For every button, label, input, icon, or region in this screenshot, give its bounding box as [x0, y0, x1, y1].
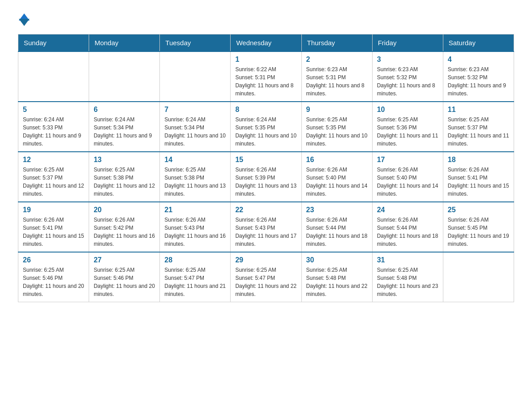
- weekday-header-thursday: Thursday: [301, 34, 372, 52]
- day-info: Sunrise: 6:25 AMSunset: 5:36 PMDaylight:…: [377, 116, 438, 148]
- day-number: 13: [94, 156, 155, 164]
- day-info: Sunrise: 6:26 AMSunset: 5:41 PMDaylight:…: [448, 166, 509, 198]
- calendar-cell: 14Sunrise: 6:25 AMSunset: 5:38 PMDayligh…: [160, 152, 231, 202]
- calendar-cell: 20Sunrise: 6:26 AMSunset: 5:42 PMDayligh…: [89, 202, 160, 252]
- day-number: 6: [94, 106, 155, 114]
- calendar-cell: 11Sunrise: 6:25 AMSunset: 5:37 PMDayligh…: [443, 102, 514, 152]
- day-info: Sunrise: 6:26 AMSunset: 5:43 PMDaylight:…: [235, 216, 296, 248]
- day-info: Sunrise: 6:23 AMSunset: 5:31 PMDaylight:…: [306, 65, 368, 98]
- calendar-cell: 15Sunrise: 6:26 AMSunset: 5:39 PMDayligh…: [231, 152, 301, 202]
- calendar-cell: [160, 51, 231, 102]
- day-info: Sunrise: 6:25 AMSunset: 5:38 PMDaylight:…: [94, 166, 155, 198]
- day-number: 2: [306, 56, 368, 64]
- calendar-cell: 17Sunrise: 6:26 AMSunset: 5:40 PMDayligh…: [372, 152, 443, 202]
- day-info: Sunrise: 6:26 AMSunset: 5:39 PMDaylight:…: [235, 166, 296, 198]
- day-number: 8: [235, 106, 296, 114]
- logo: [18, 13, 30, 25]
- calendar-cell: 24Sunrise: 6:26 AMSunset: 5:44 PMDayligh…: [372, 202, 443, 252]
- calendar-cell: [18, 51, 89, 102]
- week-row-3: 12Sunrise: 6:25 AMSunset: 5:37 PMDayligh…: [18, 152, 514, 202]
- calendar-table: SundayMondayTuesdayWednesdayThursdayFrid…: [18, 34, 514, 302]
- day-number: 26: [23, 256, 84, 264]
- calendar-cell: 30Sunrise: 6:25 AMSunset: 5:48 PMDayligh…: [301, 252, 372, 302]
- calendar-cell: 4Sunrise: 6:23 AMSunset: 5:32 PMDaylight…: [443, 51, 514, 102]
- day-number: 15: [235, 156, 296, 164]
- day-info: Sunrise: 6:23 AMSunset: 5:32 PMDaylight:…: [377, 65, 438, 98]
- day-info: Sunrise: 6:25 AMSunset: 5:46 PMDaylight:…: [94, 266, 155, 298]
- day-info: Sunrise: 6:25 AMSunset: 5:47 PMDaylight:…: [235, 266, 296, 298]
- day-number: 24: [377, 206, 438, 214]
- day-info: Sunrise: 6:23 AMSunset: 5:32 PMDaylight:…: [448, 65, 509, 98]
- calendar-cell: 26Sunrise: 6:25 AMSunset: 5:46 PMDayligh…: [18, 252, 89, 302]
- week-row-4: 19Sunrise: 6:26 AMSunset: 5:41 PMDayligh…: [18, 202, 514, 252]
- day-info: Sunrise: 6:25 AMSunset: 5:48 PMDaylight:…: [377, 266, 438, 298]
- calendar-cell: [89, 51, 160, 102]
- day-info: Sunrise: 6:26 AMSunset: 5:43 PMDaylight:…: [164, 216, 226, 248]
- calendar-cell: 2Sunrise: 6:23 AMSunset: 5:31 PMDaylight…: [301, 51, 372, 102]
- weekday-header-saturday: Saturday: [443, 34, 514, 52]
- page-header: [18, 13, 514, 25]
- calendar-cell: 18Sunrise: 6:26 AMSunset: 5:41 PMDayligh…: [443, 152, 514, 202]
- day-number: 9: [306, 106, 368, 114]
- calendar-cell: 29Sunrise: 6:25 AMSunset: 5:47 PMDayligh…: [231, 252, 301, 302]
- weekday-header-tuesday: Tuesday: [160, 34, 231, 52]
- day-info: Sunrise: 6:26 AMSunset: 5:44 PMDaylight:…: [306, 216, 368, 248]
- day-number: 11: [448, 106, 509, 114]
- day-info: Sunrise: 6:22 AMSunset: 5:31 PMDaylight:…: [235, 65, 296, 98]
- day-number: 29: [235, 256, 296, 264]
- day-number: 28: [164, 256, 226, 264]
- day-info: Sunrise: 6:24 AMSunset: 5:33 PMDaylight:…: [23, 116, 84, 148]
- calendar-cell: 19Sunrise: 6:26 AMSunset: 5:41 PMDayligh…: [18, 202, 89, 252]
- day-number: 14: [164, 156, 226, 164]
- day-info: Sunrise: 6:24 AMSunset: 5:34 PMDaylight:…: [94, 116, 155, 148]
- week-row-1: 1Sunrise: 6:22 AMSunset: 5:31 PMDaylight…: [18, 51, 514, 102]
- calendar-cell: 10Sunrise: 6:25 AMSunset: 5:36 PMDayligh…: [372, 102, 443, 152]
- calendar-cell: 13Sunrise: 6:25 AMSunset: 5:38 PMDayligh…: [89, 152, 160, 202]
- day-number: 27: [94, 256, 155, 264]
- day-info: Sunrise: 6:26 AMSunset: 5:40 PMDaylight:…: [306, 166, 368, 198]
- day-number: 5: [23, 106, 84, 114]
- calendar-cell: 22Sunrise: 6:26 AMSunset: 5:43 PMDayligh…: [231, 202, 301, 252]
- week-row-2: 5Sunrise: 6:24 AMSunset: 5:33 PMDaylight…: [18, 102, 514, 152]
- day-info: Sunrise: 6:26 AMSunset: 5:40 PMDaylight:…: [377, 166, 438, 198]
- calendar-cell: 1Sunrise: 6:22 AMSunset: 5:31 PMDaylight…: [231, 51, 301, 102]
- day-info: Sunrise: 6:25 AMSunset: 5:37 PMDaylight:…: [448, 116, 509, 148]
- day-number: 31: [377, 256, 438, 264]
- calendar-cell: 12Sunrise: 6:25 AMSunset: 5:37 PMDayligh…: [18, 152, 89, 202]
- day-number: 19: [23, 206, 84, 214]
- calendar-cell: 28Sunrise: 6:25 AMSunset: 5:47 PMDayligh…: [160, 252, 231, 302]
- day-number: 30: [306, 256, 368, 264]
- calendar-cell: 27Sunrise: 6:25 AMSunset: 5:46 PMDayligh…: [89, 252, 160, 302]
- day-number: 16: [306, 156, 368, 164]
- day-info: Sunrise: 6:24 AMSunset: 5:34 PMDaylight:…: [164, 116, 226, 148]
- day-info: Sunrise: 6:26 AMSunset: 5:44 PMDaylight:…: [377, 216, 438, 248]
- day-info: Sunrise: 6:25 AMSunset: 5:48 PMDaylight:…: [306, 266, 368, 298]
- calendar-cell: 16Sunrise: 6:26 AMSunset: 5:40 PMDayligh…: [301, 152, 372, 202]
- day-info: Sunrise: 6:26 AMSunset: 5:41 PMDaylight:…: [23, 216, 84, 248]
- weekday-header-sunday: Sunday: [18, 34, 89, 52]
- calendar-cell: 31Sunrise: 6:25 AMSunset: 5:48 PMDayligh…: [372, 252, 443, 302]
- day-info: Sunrise: 6:26 AMSunset: 5:45 PMDaylight:…: [448, 216, 509, 248]
- day-number: 10: [377, 106, 438, 114]
- day-number: 20: [94, 206, 155, 214]
- calendar-cell: 7Sunrise: 6:24 AMSunset: 5:34 PMDaylight…: [160, 102, 231, 152]
- calendar-cell: 3Sunrise: 6:23 AMSunset: 5:32 PMDaylight…: [372, 51, 443, 102]
- weekday-header-friday: Friday: [372, 34, 443, 52]
- calendar-cell: 5Sunrise: 6:24 AMSunset: 5:33 PMDaylight…: [18, 102, 89, 152]
- day-number: 3: [377, 56, 438, 64]
- day-number: 21: [164, 206, 226, 214]
- weekday-header-monday: Monday: [89, 34, 160, 52]
- day-info: Sunrise: 6:24 AMSunset: 5:35 PMDaylight:…: [235, 116, 296, 148]
- calendar-cell: 6Sunrise: 6:24 AMSunset: 5:34 PMDaylight…: [89, 102, 160, 152]
- day-number: 23: [306, 206, 368, 214]
- day-info: Sunrise: 6:25 AMSunset: 5:47 PMDaylight:…: [164, 266, 226, 298]
- day-number: 18: [448, 156, 509, 164]
- calendar-cell: 9Sunrise: 6:25 AMSunset: 5:35 PMDaylight…: [301, 102, 372, 152]
- week-row-5: 26Sunrise: 6:25 AMSunset: 5:46 PMDayligh…: [18, 252, 514, 302]
- day-info: Sunrise: 6:25 AMSunset: 5:46 PMDaylight:…: [23, 266, 84, 298]
- calendar-cell: 23Sunrise: 6:26 AMSunset: 5:44 PMDayligh…: [301, 202, 372, 252]
- day-number: 17: [377, 156, 438, 164]
- day-info: Sunrise: 6:25 AMSunset: 5:37 PMDaylight:…: [23, 166, 84, 198]
- day-number: 25: [448, 206, 509, 214]
- calendar-header-row: SundayMondayTuesdayWednesdayThursdayFrid…: [18, 34, 514, 52]
